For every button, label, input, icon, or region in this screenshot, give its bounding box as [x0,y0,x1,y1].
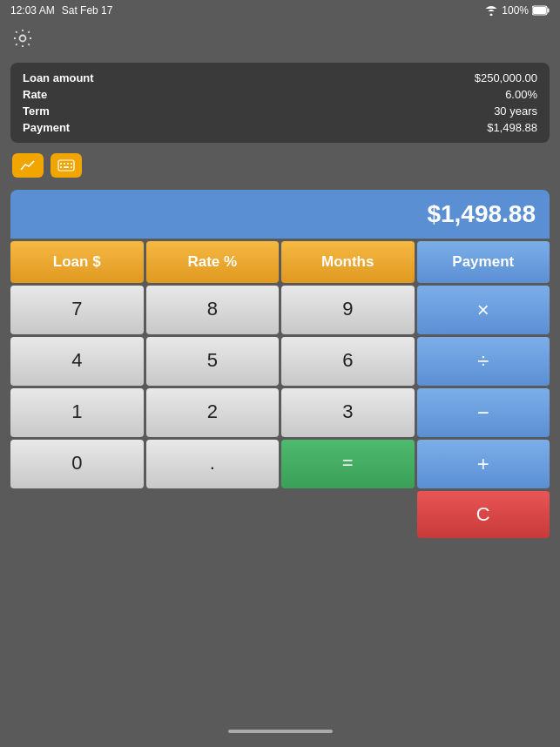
key-decimal[interactable]: . [146,440,280,488]
key-1[interactable]: 1 [10,388,144,437]
rate-label: Rate [23,88,47,101]
keyboard-icon-button[interactable] [51,153,82,178]
loan-value: $250,000.00 [475,71,537,84]
term-value: 30 years [494,104,537,118]
key-6[interactable]: 6 [281,337,415,386]
rate-header-key[interactable]: Rate % [146,241,280,283]
svg-rect-6 [64,163,65,165]
svg-rect-2 [548,9,550,13]
key-clear[interactable]: C [417,491,550,538]
key-equals[interactable]: = [281,440,415,488]
key-subtract[interactable]: − [417,388,550,437]
battery-icon [532,5,550,16]
svg-rect-5 [60,163,62,165]
svg-rect-1 [533,7,546,14]
info-row-rate: Rate 6.00% [23,88,537,101]
display: $1,498.88 [10,190,550,239]
loan-header-key[interactable]: Loan $ [10,241,144,283]
svg-rect-9 [60,166,62,168]
key-2[interactable]: 2 [146,388,280,437]
svg-rect-8 [71,163,72,165]
svg-rect-11 [71,166,72,168]
battery-label: 100% [502,4,529,17]
svg-rect-7 [67,163,69,165]
key-0[interactable]: 0 [10,440,144,488]
chart-icon [19,158,37,172]
chart-icon-button[interactable] [12,153,44,178]
info-panel: Loan amount $250,000.00 Rate 6.00% Term … [10,63,550,143]
status-right: 100% [484,4,550,17]
months-header-key[interactable]: Months [281,241,415,283]
display-value: $1,498.88 [427,200,536,227]
keypad: Loan $ Rate % Months Payment 7 8 9 × 4 5… [10,239,550,538]
key-7[interactable]: 7 [10,286,144,334]
status-time: 12:03 AM [10,4,55,17]
key-9[interactable]: 9 [281,286,415,334]
svg-point-3 [20,36,26,42]
status-date: Sat Feb 17 [62,4,113,17]
key-3[interactable]: 3 [281,388,415,437]
keyboard-icon [57,158,75,172]
key-divide[interactable]: ÷ [417,337,550,386]
info-row-term: Term 30 years [23,104,537,118]
payment-header-key[interactable]: Payment [417,241,550,283]
key-8[interactable]: 8 [146,286,280,334]
svg-rect-4 [58,160,74,171]
calculator: $1,498.88 Loan $ Rate % Months Payment 7… [10,190,550,538]
svg-rect-10 [64,166,69,168]
settings-area[interactable] [0,21,560,59]
scroll-indicator [228,730,333,733]
loan-label: Loan amount [23,71,94,84]
info-row-loan: Loan amount $250,000.00 [23,71,537,84]
wifi-icon [484,5,498,16]
payment-value: $1,498.88 [487,121,537,134]
key-4[interactable]: 4 [10,337,144,386]
rate-value: 6.00% [505,88,537,101]
info-row-payment: Payment $1,498.88 [23,121,537,134]
icon-row [0,146,560,185]
key-add[interactable]: + [417,440,550,488]
status-bar: 12:03 AM Sat Feb 17 100% [0,0,560,21]
term-label: Term [23,104,50,118]
payment-label: Payment [23,121,70,134]
key-5[interactable]: 5 [146,337,280,386]
gear-icon[interactable] [12,28,33,49]
key-multiply[interactable]: × [417,286,550,334]
